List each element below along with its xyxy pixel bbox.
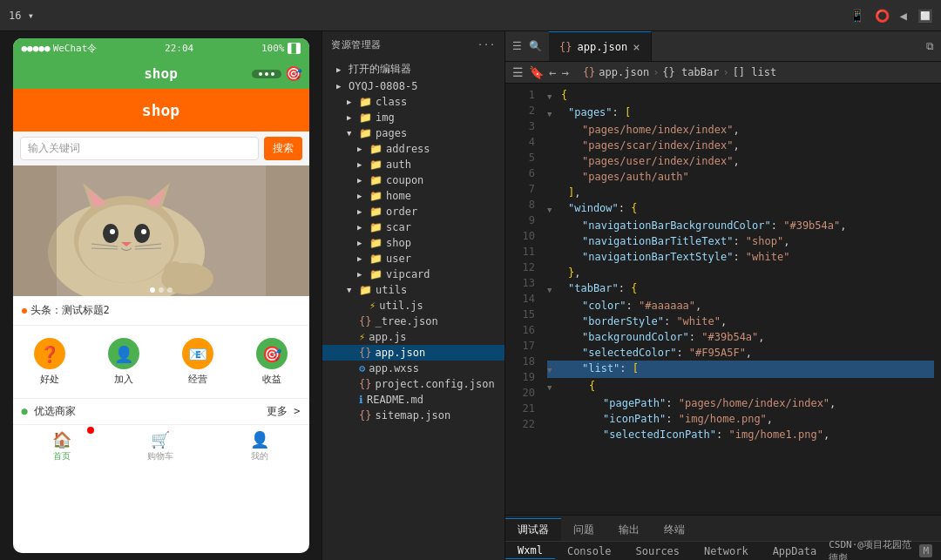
signal-dots: ●●●●● bbox=[22, 43, 51, 54]
status-tab-network[interactable]: Network bbox=[692, 543, 761, 559]
status-tabs: Wxml Console Sources Network AppData CSD… bbox=[505, 541, 941, 560]
explorer-header: 资源管理器 ··· bbox=[322, 31, 504, 58]
folder-home[interactable]: ▶ 📁 home bbox=[322, 188, 504, 204]
code-line-13: ▼ "tabBar": { bbox=[547, 280, 934, 298]
folder-coupon[interactable]: ▶ 📁 coupon bbox=[322, 172, 504, 188]
folder-pages[interactable]: ▼ 📁 pages bbox=[322, 125, 504, 141]
dots-indicator bbox=[150, 287, 173, 293]
file-appjson[interactable]: {} app.json bbox=[322, 345, 504, 361]
folder-img[interactable]: ▶ 📁 img bbox=[322, 110, 504, 125]
status-tab-wxml[interactable]: Wxml bbox=[505, 543, 555, 559]
nav-dot-2 bbox=[265, 72, 268, 76]
breadcrumb-appjson[interactable]: app.json bbox=[599, 66, 649, 78]
toolbar-lines-icon[interactable]: ☰ bbox=[512, 65, 524, 79]
file-appwxss[interactable]: ⚙ app.wxss bbox=[322, 361, 504, 376]
breadcrumb-list[interactable]: [] list bbox=[733, 66, 777, 78]
record-icon[interactable]: ⭕ bbox=[875, 9, 890, 23]
file-sitemap[interactable]: {} sitemap.json bbox=[322, 408, 504, 423]
menu-icon[interactable]: ☰ bbox=[512, 40, 522, 52]
code-line-5: "pages/user/index/index", bbox=[547, 153, 934, 169]
merchant-more[interactable]: 更多 > bbox=[267, 404, 300, 419]
svg-rect-19 bbox=[13, 165, 57, 296]
svg-point-11 bbox=[141, 229, 146, 234]
breadcrumb-sep1: › bbox=[653, 66, 659, 78]
toolbar-back-icon[interactable]: ← bbox=[549, 65, 556, 79]
appjson-label: app.json bbox=[375, 347, 425, 359]
folder-order[interactable]: ▶ 📁 order bbox=[322, 204, 504, 219]
folder-user[interactable]: ▶ 📁 user bbox=[322, 251, 504, 267]
vipcard-arrow: ▶ bbox=[357, 270, 366, 279]
file-treejson[interactable]: {} _tree.json bbox=[322, 314, 504, 329]
status-bar-right: CSDN·@项目花园范德彪 M bbox=[829, 538, 941, 561]
panel-tab-debugger[interactable]: 调试器 bbox=[505, 518, 561, 541]
sitemap-label: sitemap.json bbox=[375, 409, 450, 422]
code-line-3: "pages/home/index/index", bbox=[547, 122, 934, 138]
tab-appjson[interactable]: {} app.json × bbox=[549, 31, 652, 61]
icon-shouyi: 🎯 bbox=[256, 338, 288, 369]
icon-item-jingying[interactable]: 📧 经营 bbox=[161, 333, 235, 391]
pages-icon: 📁 bbox=[359, 127, 372, 139]
folder-utils[interactable]: ▼ 📁 utils bbox=[322, 282, 504, 298]
code-line-9: "navigationBarBackgroundColor": "#39b54a… bbox=[547, 218, 934, 233]
editor-split-icon[interactable]: ⧉ bbox=[926, 40, 941, 52]
file-readme[interactable]: ℹ README.md bbox=[322, 392, 504, 408]
bottom-nav-home[interactable]: 🏠 首页 bbox=[13, 425, 112, 468]
code-area: ▼ { ▼ "pages": [ "pages/home/index/index… bbox=[540, 84, 941, 515]
code-line-12: }, bbox=[547, 265, 934, 280]
back-icon[interactable]: ◀ bbox=[900, 9, 907, 23]
utils-icon: 📁 bbox=[359, 284, 372, 296]
status-tab-console[interactable]: Console bbox=[555, 543, 624, 559]
panel-tab-terminal[interactable]: 终端 bbox=[652, 518, 697, 541]
auth-icon: 📁 bbox=[369, 159, 382, 171]
toolbar-bookmark-icon[interactable]: 🔖 bbox=[529, 65, 544, 79]
editor-toolbar: ☰ 🔖 ← → {} app.json › {} tabBar › [] lis… bbox=[505, 62, 941, 84]
appwxss-icon: ⚙ bbox=[359, 362, 365, 374]
status-tab-sources[interactable]: Sources bbox=[623, 543, 692, 559]
folder-vipcard[interactable]: ▶ 📁 vipcard bbox=[322, 267, 504, 282]
file-appjs[interactable]: ⚡ app.js bbox=[322, 329, 504, 345]
breadcrumb: {} app.json › {} tabBar › [] list bbox=[583, 66, 776, 78]
window-icon[interactable]: 🔲 bbox=[917, 9, 932, 23]
cart-nav-icon: 🛒 bbox=[151, 430, 170, 449]
folder-class[interactable]: ▶ 📁 class bbox=[322, 94, 504, 110]
svg-point-18 bbox=[164, 261, 185, 279]
sitemap-icon: {} bbox=[359, 409, 371, 422]
search-input[interactable]: 输入关键词 bbox=[20, 137, 259, 160]
bottom-nav-mine[interactable]: 👤 我的 bbox=[210, 425, 308, 468]
icon-item-jiaru[interactable]: 👤 加入 bbox=[87, 333, 161, 391]
scar-label: scar bbox=[386, 221, 411, 233]
icon-item-haochi[interactable]: ❓ 好处 bbox=[13, 333, 87, 391]
tab-close-icon[interactable]: × bbox=[633, 40, 640, 54]
panel-bottom: 调试器 问题 输出 终端 bbox=[505, 515, 941, 541]
panel-tab-output[interactable]: 输出 bbox=[606, 518, 652, 541]
project-root-item[interactable]: ▶ OYQJ-0808-5 bbox=[322, 78, 504, 94]
code-line-20: "pagePath": "pages/home/index/index", bbox=[547, 395, 934, 411]
icon-item-shouyi[interactable]: 🎯 收益 bbox=[235, 333, 309, 391]
toolbar-forward-icon[interactable]: → bbox=[561, 65, 568, 79]
search-button[interactable]: 搜索 bbox=[264, 137, 302, 160]
project-arrow: ▶ bbox=[336, 82, 345, 91]
phone-bottom-nav: 🏠 首页 🛒 购物车 👤 我的 bbox=[13, 424, 309, 468]
file-utiljs[interactable]: ⚡ util.js bbox=[322, 298, 504, 314]
phone-icon[interactable]: 📱 bbox=[850, 9, 864, 23]
class-arrow: ▶ bbox=[347, 98, 355, 106]
file-projectconfig[interactable]: {} project.config.json bbox=[322, 376, 504, 392]
explorer-section: ▶ 打开的编辑器 ▶ OYQJ-0808-5 ▶ 📁 class ▶ 📁 img… bbox=[322, 58, 504, 425]
appwxss-label: app.wxss bbox=[369, 362, 419, 374]
folder-scar[interactable]: ▶ 📁 scar bbox=[322, 219, 504, 235]
folder-address[interactable]: ▶ 📁 address bbox=[322, 141, 504, 157]
explorer-more-icon[interactable]: ··· bbox=[477, 39, 496, 51]
status-tab-appdata[interactable]: AppData bbox=[761, 543, 829, 559]
folder-shop[interactable]: ▶ 📁 shop bbox=[322, 235, 504, 251]
folder-auth[interactable]: ▶ 📁 auth bbox=[322, 157, 504, 172]
coupon-icon: 📁 bbox=[369, 174, 382, 186]
breadcrumb-tabbar[interactable]: {} tabBar bbox=[662, 66, 719, 78]
home-icon: 📁 bbox=[369, 190, 382, 202]
bottom-nav-cart[interactable]: 🛒 购物车 bbox=[112, 425, 210, 468]
open-editors-item[interactable]: ▶ 打开的编辑器 bbox=[322, 60, 504, 78]
panel-tab-problems[interactable]: 问题 bbox=[561, 518, 606, 541]
breadcrumb-json-icon: {} bbox=[583, 66, 595, 78]
news-text: 头条：测试标题2 bbox=[30, 303, 110, 318]
search-icon[interactable]: 🔍 bbox=[529, 40, 542, 52]
version-label[interactable]: 16 ▾ bbox=[9, 10, 34, 22]
